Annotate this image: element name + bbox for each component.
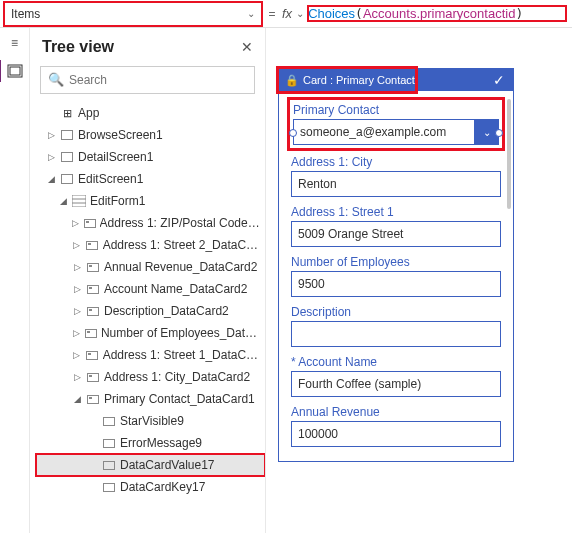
card-icon: [85, 329, 97, 338]
chevron-down-icon[interactable]: ⌄: [296, 8, 304, 19]
card-icon: [87, 307, 99, 316]
employees-input[interactable]: [291, 271, 501, 297]
formula-bar[interactable]: Choices(Accounts.primarycontactid): [308, 6, 566, 21]
card-icon: [84, 219, 96, 228]
primary-contact-input[interactable]: [293, 119, 475, 145]
tree-datacardvalue[interactable]: DataCardValue17: [36, 454, 265, 476]
label-street1: Address 1: Street 1: [291, 205, 501, 219]
label-city: Address 1: City: [291, 155, 501, 169]
revenue-input[interactable]: [291, 421, 501, 447]
tree-card-employees[interactable]: ▷Number of Employees_DataCard2: [36, 322, 265, 344]
search-icon: 🔍: [48, 72, 64, 87]
equals-label: =: [262, 7, 282, 21]
control-icon: [103, 439, 115, 448]
screen-icon: [61, 152, 73, 162]
label-employees: Number of Employees: [291, 255, 501, 269]
chevron-down-icon[interactable]: ⌄: [475, 119, 499, 145]
tree-errormessage[interactable]: ErrorMessage9: [36, 432, 265, 454]
tree-screen-edit[interactable]: ◢EditScreen1: [36, 168, 265, 190]
city-input[interactable]: [291, 171, 501, 197]
check-icon[interactable]: ✓: [493, 72, 505, 88]
tree-title: Tree view: [42, 38, 114, 56]
svg-rect-1: [10, 67, 20, 75]
property-value: Items: [11, 7, 40, 21]
control-icon: [103, 483, 115, 492]
property-selector[interactable]: Items ⌄: [4, 2, 262, 26]
tree-card-revenue[interactable]: ▷Annual Revenue_DataCard2: [36, 256, 265, 278]
svg-rect-2: [72, 195, 86, 207]
tree-editform[interactable]: ◢EditForm1: [36, 190, 265, 212]
tree-screen-detail[interactable]: ▷DetailScreen1: [36, 146, 265, 168]
tree-card-account[interactable]: ▷Account Name_DataCard2: [36, 278, 265, 300]
left-rail: ≡: [0, 28, 30, 533]
hamburger-icon[interactable]: ≡: [11, 36, 18, 50]
fx-icon: fx: [282, 6, 292, 21]
canvas: 🔒 Card : Primary Contact ✓ Primary Conta…: [266, 28, 572, 533]
card-icon: [87, 395, 99, 404]
control-icon: [103, 461, 115, 470]
card-header[interactable]: 🔒 Card : Primary Contact ✓: [279, 69, 513, 91]
label-primary-contact: Primary Contact: [293, 103, 499, 117]
street1-input[interactable]: [291, 221, 501, 247]
card-header-label: Card : Primary Contact: [303, 74, 415, 86]
screen-icon: [61, 130, 73, 140]
tree-card-zip[interactable]: ▷Address 1: ZIP/Postal Code_DataCard2: [36, 212, 265, 234]
label-description: Description: [291, 305, 501, 319]
tree: ⊞App ▷BrowseScreen1 ▷DetailScreen1 ◢Edit…: [30, 102, 265, 533]
card-icon: [86, 241, 98, 250]
search-input[interactable]: [40, 66, 255, 94]
account-input[interactable]: [291, 371, 501, 397]
label-revenue: Annual Revenue: [291, 405, 501, 419]
description-input[interactable]: [291, 321, 501, 347]
tree-app[interactable]: ⊞App: [36, 102, 265, 124]
control-icon: [103, 417, 115, 426]
tree-card-street1[interactable]: ▷Address 1: Street 1_DataCard2: [36, 344, 265, 366]
lock-icon: 🔒: [285, 74, 299, 87]
card-icon: [86, 351, 98, 360]
tree-card-primary[interactable]: ◢Primary Contact_DataCard1: [36, 388, 265, 410]
card-icon: [87, 263, 99, 272]
tree-view-icon[interactable]: [7, 64, 23, 81]
scrollbar[interactable]: [507, 99, 511, 209]
tree-datacardkey[interactable]: DataCardKey17: [36, 476, 265, 498]
label-account: Account Name: [291, 355, 501, 369]
screen-icon: [61, 174, 73, 184]
close-icon[interactable]: ✕: [241, 39, 253, 55]
tree-starvisible[interactable]: StarVisible9: [36, 410, 265, 432]
chevron-down-icon: ⌄: [247, 8, 255, 19]
card-icon: [87, 373, 99, 382]
tree-card-street2[interactable]: ▷Address 1: Street 2_DataCard2: [36, 234, 265, 256]
tree-panel: Tree view ✕ 🔍 ⊞App ▷BrowseScreen1 ▷Detai…: [30, 28, 266, 533]
form-icon: [72, 194, 86, 208]
tree-card-city[interactable]: ▷Address 1: City_DataCard2: [36, 366, 265, 388]
form-card[interactable]: 🔒 Card : Primary Contact ✓ Primary Conta…: [278, 68, 514, 462]
tree-screen-browse[interactable]: ▷BrowseScreen1: [36, 124, 265, 146]
tree-card-desc[interactable]: ▷Description_DataCard2: [36, 300, 265, 322]
card-icon: [87, 285, 99, 294]
app-icon: ⊞: [60, 106, 74, 120]
primary-contact-combobox[interactable]: ⌄: [293, 119, 499, 145]
